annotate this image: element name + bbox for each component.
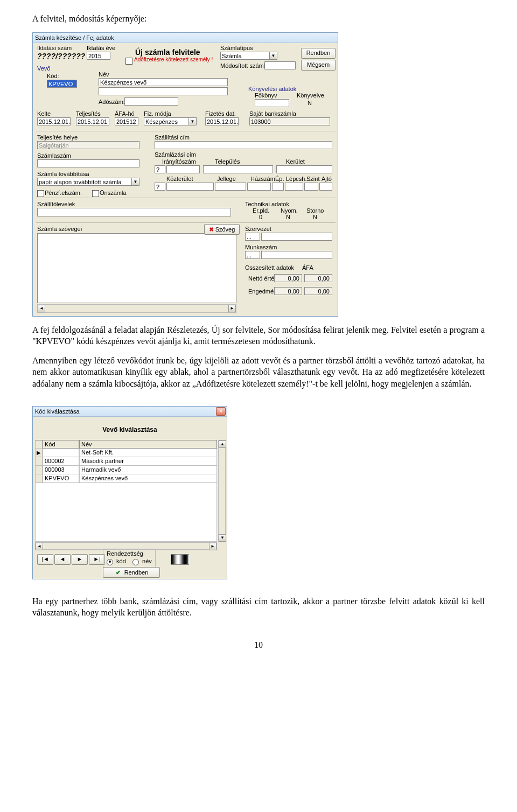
lepcs-input[interactable] [285,183,303,191]
form-heading: Új számla felvitele [135,48,200,57]
szoveg-textarea[interactable] [37,233,236,303]
window-titlebar[interactable]: Számla készítése / Fej adatok [33,33,338,43]
adofizetes-label: Adófizetésre kötelezett személy ! [134,57,213,62]
szervezet-code-input[interactable]: ... [245,233,260,241]
table-row[interactable]: KPVEVO Készpénzes vevő [35,474,217,483]
szoveg-button[interactable]: ✖ Szöveg [204,224,240,235]
dialog-heading: Vevő kiválasztása [33,426,227,433]
ep-input[interactable] [272,183,284,191]
jellege-input[interactable] [215,183,246,191]
sort-nev-label: név [142,558,152,564]
tovabbitas-select[interactable]: papír alapon továbbított számla [37,178,132,186]
record-navigator[interactable]: |◄ ◄ ► ►| [37,554,105,565]
iktatasi-szam-label: Iktatási szám [37,45,72,51]
h-scrollbar[interactable]: ◄ ► [37,304,236,313]
scroll-up-icon[interactable]: ▲ [219,440,226,448]
munkaszam-code-input[interactable]: ... [245,251,260,259]
kelte-label: Kelte [37,110,51,117]
vevo-kod-label: Kód: [47,73,59,79]
penzf-checkbox[interactable] [37,190,44,197]
ajto-input[interactable] [319,183,332,191]
chevron-down-icon[interactable]: ▼ [132,178,139,186]
cancel-button[interactable]: Mégsem [301,60,336,71]
vendor-grid[interactable]: Kód Név ▶ 000001 Net-Soft Kft. 000002 Má… [35,440,217,542]
fokonyv-label: Főkönyv [255,92,277,99]
fizdat-input[interactable]: 2015.12.01. [205,117,239,125]
munkaszam-name-input[interactable] [261,251,332,259]
onszamla-label: Önszámla [100,190,127,196]
bankszla-input[interactable]: 103000 [249,117,330,125]
page-number: 10 [32,640,485,650]
invoice-header-window: Számla készítése / Fej adatok Iktatási s… [32,32,338,317]
chevron-down-icon[interactable]: ▼ [189,117,197,125]
fizdat-label: Fizetés dat. [205,110,236,117]
nyom-value: N [286,214,290,220]
kozterulet-label: Közterület [166,176,193,182]
ep-label: Ép. [275,176,284,182]
szlacim-q2[interactable]: ? [155,183,165,191]
szallitolevelek-label: Szállítólevelek [37,201,75,207]
col-kod-header[interactable]: Kód [43,440,79,449]
scroll-down-icon[interactable]: ▼ [219,534,226,542]
nav-first-button[interactable]: |◄ [37,554,53,565]
ok-button[interactable]: Rendben [301,48,336,59]
close-icon[interactable]: × [216,407,226,416]
adofizetes-checkbox[interactable] [125,58,132,65]
fokonyv-input[interactable] [255,99,289,107]
vevo-kod-input[interactable]: KPVEVO [47,80,77,88]
szlacim-q1[interactable]: ? [155,165,165,173]
lepcs-label: Lépcsh. [286,176,307,182]
modositott-szamla-input[interactable] [264,61,296,69]
col-nev-header[interactable]: Név [79,440,217,449]
barcode-icon[interactable] [171,554,189,565]
sort-nev-radio[interactable] [132,559,139,565]
szallitolevelek-input[interactable] [37,208,231,216]
afaho-input[interactable]: 201512 [115,117,138,125]
scroll-right-icon[interactable]: ► [209,543,216,550]
jellege-label: Jellege [217,176,236,182]
scroll-left-icon[interactable]: ◄ [36,543,43,550]
chevron-down-icon[interactable]: ▼ [270,52,277,60]
kelte-input[interactable]: 2015.12.01. [37,117,71,125]
onszamla-checkbox[interactable] [92,190,99,197]
table-row[interactable]: 000002 Második partner [35,457,217,466]
sort-kod-radio[interactable] [107,559,113,565]
munkaszam-label: Munkaszám [245,244,277,250]
telepules-input[interactable] [203,165,273,173]
hazszam-input[interactable] [247,183,271,191]
fizmod-label: Fiz. módja [144,110,171,117]
irszam-input[interactable] [166,165,200,173]
delete-icon: ✖ [209,225,214,234]
hazszam-label: Házszám [250,176,275,182]
szlaszam-input[interactable] [37,159,139,167]
adoszam-input[interactable] [124,97,178,106]
engedmeny-value: 0,00 [274,287,302,295]
irszam-label: Irányítószám [162,158,196,165]
teljesites-input[interactable]: 2015.12.01. [76,117,109,125]
nev-input[interactable]: Készpénzes vevő [99,78,228,86]
teljhely-label: Teljesítés helye [37,134,78,141]
scroll-right-icon[interactable]: ► [228,305,236,312]
kerulet-input[interactable] [276,165,332,173]
iktatas-eve-input[interactable]: 2015 [87,52,110,60]
fizmod-select[interactable]: Készpénzes [144,117,189,125]
szervezet-name-input[interactable] [261,233,332,241]
nav-next-button[interactable]: ► [72,554,88,565]
osszesitett-group: Összesített adatok [245,264,294,271]
szamlatipus-select[interactable]: Számla [220,52,270,60]
v-scrollbar[interactable]: ▲ ▼ [218,440,226,542]
szallcim-input[interactable] [155,141,332,149]
table-row[interactable]: 000003 Harmadik vevő [35,466,217,474]
scroll-left-icon[interactable]: ◄ [38,305,45,312]
bankszla-label: Saját bankszámla [249,110,296,117]
nev-input-2[interactable] [99,87,228,95]
szint-input[interactable] [304,183,318,191]
h-scrollbar[interactable]: ◄ ► [35,542,217,550]
window-titlebar[interactable]: Kód kiválasztása × [33,407,227,417]
technikai-group: Technikai adatok [245,201,289,207]
kozterulet-input[interactable] [166,183,214,191]
ok-button[interactable]: ✔ Rendben [103,567,160,578]
teljhely-input[interactable]: Salgótarján [37,141,139,149]
nav-prev-button[interactable]: ◄ [54,554,71,565]
table-row[interactable]: ▶ 000001 Net-Soft Kft. [35,449,217,457]
